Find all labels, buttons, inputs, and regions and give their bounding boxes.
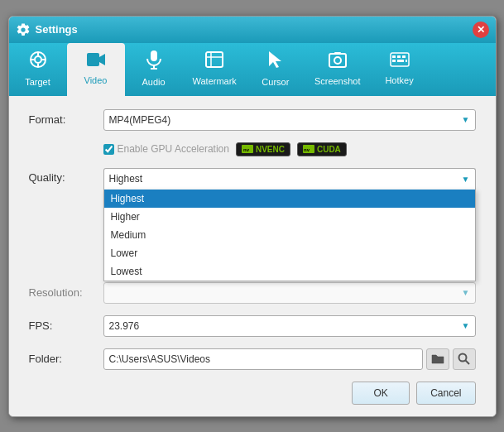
svg-rect-22	[392, 60, 396, 62]
svg-point-16	[334, 57, 341, 64]
screenshot-icon	[328, 50, 348, 73]
tab-watermark-label: Watermark	[193, 76, 237, 86]
svg-marker-14	[269, 51, 281, 68]
svg-point-1	[35, 56, 41, 63]
tab-screenshot-label: Screenshot	[314, 76, 361, 86]
quality-control: Highest ▼ Highest Higher Medium Lower Lo…	[103, 168, 476, 190]
fps-label: FPS:	[29, 319, 103, 332]
folder-control: C:\Users\ASUS\Videos	[103, 348, 476, 370]
gear-icon	[16, 22, 31, 37]
fps-row: FPS: 23.976 ▼	[29, 315, 476, 337]
svg-line-30	[465, 360, 469, 364]
svg-rect-17	[334, 52, 341, 55]
fps-value: 23.976	[109, 320, 140, 332]
format-label: Format:	[29, 113, 103, 126]
cursor-icon	[267, 50, 284, 74]
title-bar: Settings ✕	[9, 17, 496, 43]
format-value: MP4(MPEG4)	[109, 114, 171, 126]
cuda-text: CUDA	[317, 145, 341, 154]
nvenc-badge: nv NVENC	[236, 142, 290, 156]
tab-video-label: Video	[84, 75, 108, 85]
resolution-control: ▼	[103, 282, 476, 304]
cuda-badge: nv CUDA	[297, 142, 347, 156]
nvenc-logo-icon: nv	[242, 145, 253, 153]
quality-option-medium[interactable]: Medium	[104, 226, 475, 244]
resolution-label: Resolution:	[29, 286, 103, 299]
gpu-label: Enable GPU Acceleration	[118, 143, 229, 155]
tab-audio-label: Audio	[142, 77, 165, 87]
gpu-checkbox[interactable]	[103, 144, 114, 155]
quality-option-highest[interactable]: Highest	[104, 190, 475, 208]
folder-row: Folder: C:\Users\ASUS\Videos	[29, 348, 476, 370]
folder-value: C:\Users\ASUS\Videos	[109, 353, 211, 365]
fps-select[interactable]: 23.976 ▼	[103, 315, 476, 337]
quality-option-lower[interactable]: Lower	[104, 244, 475, 262]
folder-browse-button[interactable]	[426, 348, 449, 370]
quality-dropdown: Highest Higher Medium Lower Lowest	[103, 190, 476, 281]
svg-rect-23	[397, 60, 404, 62]
folder-label: Folder:	[29, 353, 103, 365]
tab-cursor-label: Cursor	[262, 77, 289, 87]
tab-cursor[interactable]: Cursor	[247, 43, 305, 96]
resolution-arrow-icon: ▼	[462, 288, 470, 297]
folder-search-button[interactable]	[453, 348, 476, 370]
cancel-button[interactable]: Cancel	[416, 382, 475, 405]
video-icon	[86, 51, 106, 72]
format-arrow-icon: ▼	[462, 115, 470, 124]
svg-text:nv: nv	[304, 147, 310, 152]
hotkey-icon	[390, 51, 410, 72]
tab-audio[interactable]: Audio	[125, 43, 183, 96]
gpu-row: Enable GPU Acceleration nv NVENC nv CUDA	[103, 142, 476, 156]
svg-point-29	[458, 353, 466, 361]
tab-hotkey[interactable]: Hotkey	[371, 43, 429, 96]
tab-target-label: Target	[25, 77, 50, 87]
nvenc-text: NVENC	[256, 145, 285, 154]
format-row: Format: MP4(MPEG4) ▼	[29, 109, 476, 131]
fps-control: 23.976 ▼	[103, 315, 476, 337]
search-icon	[458, 353, 471, 366]
tab-bar: Target Video Audio Watermark Cursor	[9, 43, 496, 96]
quality-value: Highest	[109, 173, 143, 185]
quality-option-higher[interactable]: Higher	[104, 208, 475, 226]
tab-screenshot[interactable]: Screenshot	[305, 43, 371, 96]
tab-hotkey-label: Hotkey	[385, 75, 413, 85]
tab-video[interactable]: Video	[67, 43, 125, 96]
folder-icon	[431, 353, 444, 365]
close-button[interactable]: ✕	[473, 22, 489, 38]
buttons-row: OK Cancel	[29, 382, 476, 405]
format-select[interactable]: MP4(MPEG4) ▼	[103, 109, 476, 131]
quality-option-lowest[interactable]: Lowest	[104, 262, 475, 281]
quality-select[interactable]: Highest ▼	[103, 168, 476, 190]
settings-window: Settings ✕ Target Video Audio	[8, 16, 497, 417]
tab-target[interactable]: Target	[9, 43, 67, 96]
svg-rect-21	[402, 55, 406, 58]
ok-button[interactable]: OK	[352, 382, 410, 405]
audio-icon	[145, 50, 163, 74]
quality-row: Quality: Highest ▼ Highest Higher Medium…	[29, 168, 476, 190]
resolution-select[interactable]: ▼	[103, 282, 476, 304]
svg-rect-11	[206, 52, 223, 67]
svg-rect-15	[329, 54, 346, 67]
svg-rect-20	[397, 55, 401, 58]
fps-arrow-icon: ▼	[462, 321, 470, 330]
svg-rect-8	[151, 50, 157, 61]
cuda-logo-icon: nv	[303, 145, 314, 153]
quality-arrow-icon: ▼	[462, 175, 470, 184]
folder-input[interactable]: C:\Users\ASUS\Videos	[103, 348, 423, 370]
format-control: MP4(MPEG4) ▼	[103, 109, 476, 131]
gpu-check-wrapper: Enable GPU Acceleration	[103, 143, 229, 155]
svg-text:nv: nv	[243, 147, 250, 152]
svg-marker-7	[99, 54, 105, 65]
target-icon	[28, 50, 48, 74]
title-bar-left: Settings	[16, 22, 78, 37]
svg-rect-6	[87, 53, 99, 66]
content-area: Format: MP4(MPEG4) ▼ Enable GPU Accelera…	[9, 96, 496, 416]
quality-label: Quality:	[29, 171, 103, 184]
resolution-row: Resolution: ▼	[29, 282, 476, 304]
svg-rect-19	[392, 55, 396, 58]
tab-watermark[interactable]: Watermark	[183, 43, 247, 96]
window-title: Settings	[36, 23, 78, 36]
watermark-icon	[204, 50, 224, 73]
svg-rect-24	[406, 60, 407, 62]
